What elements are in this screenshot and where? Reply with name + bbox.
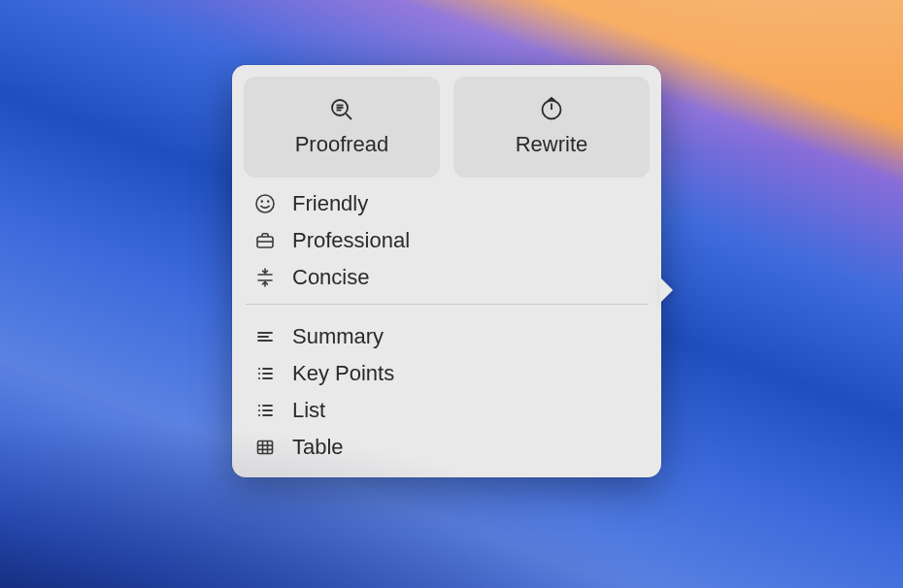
menu-item-label: Key Points xyxy=(292,361,394,386)
menu-item-concise[interactable]: Concise xyxy=(248,259,646,296)
menu-item-key-points[interactable]: Key Points xyxy=(248,355,646,392)
menu-item-label: Concise xyxy=(292,265,369,290)
menu-item-label: Professional xyxy=(292,228,410,253)
svg-point-19 xyxy=(258,373,260,375)
menu-item-friendly[interactable]: Friendly xyxy=(248,185,646,222)
svg-point-25 xyxy=(258,409,260,411)
menu-item-summary[interactable]: Summary xyxy=(248,318,646,355)
rewrite-label: Rewrite xyxy=(516,132,588,157)
desktop-wallpaper: Proofread Rewrite xyxy=(0,0,903,588)
table-icon xyxy=(253,436,277,459)
menu-item-label: Friendly xyxy=(292,191,368,216)
smile-icon xyxy=(253,192,277,215)
primary-actions-row: Proofread Rewrite xyxy=(244,77,650,178)
proofread-button[interactable]: Proofread xyxy=(244,77,440,178)
svg-point-26 xyxy=(258,414,260,416)
svg-point-9 xyxy=(261,201,262,202)
briefcase-icon xyxy=(253,229,277,252)
format-section: Summary Key Points xyxy=(244,310,650,468)
summary-icon xyxy=(253,325,277,348)
svg-point-10 xyxy=(268,201,269,202)
menu-item-label: List xyxy=(292,398,325,423)
proofread-icon xyxy=(329,97,354,122)
writing-tools-popover: Proofread Rewrite xyxy=(232,65,661,477)
svg-rect-30 xyxy=(258,441,273,454)
proofread-label: Proofread xyxy=(295,132,389,157)
section-divider xyxy=(246,304,648,305)
svg-line-1 xyxy=(346,114,351,119)
rewrite-icon xyxy=(539,97,564,122)
menu-item-label: Table xyxy=(292,435,344,460)
menu-item-professional[interactable]: Professional xyxy=(248,222,646,259)
concise-icon xyxy=(253,266,277,289)
svg-point-8 xyxy=(256,195,274,212)
svg-point-18 xyxy=(258,368,260,370)
bullet-list-icon xyxy=(253,362,277,385)
rewrite-button[interactable]: Rewrite xyxy=(453,77,650,178)
menu-item-list[interactable]: List xyxy=(248,392,646,429)
svg-point-20 xyxy=(258,377,260,379)
list-icon xyxy=(253,399,277,422)
menu-item-label: Summary xyxy=(292,324,384,349)
tone-section: Friendly Professional xyxy=(244,178,650,298)
svg-point-24 xyxy=(258,405,260,407)
menu-item-table[interactable]: Table xyxy=(248,429,646,466)
